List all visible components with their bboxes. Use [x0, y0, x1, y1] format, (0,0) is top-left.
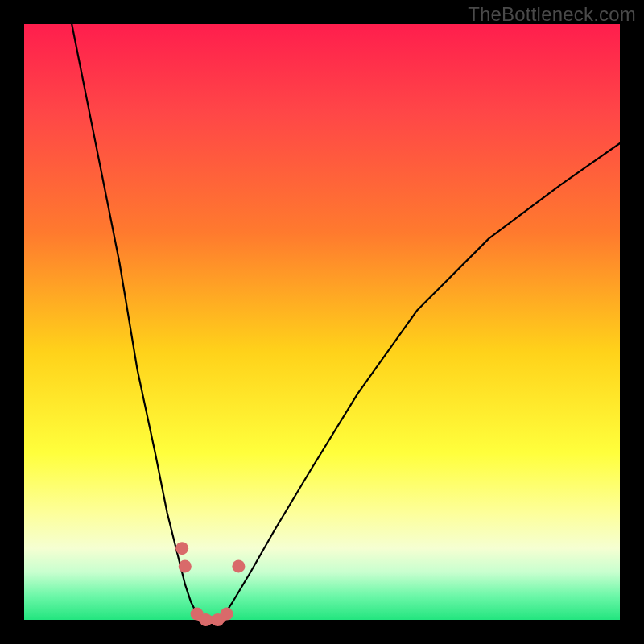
plot-area: [24, 24, 620, 620]
marker-5: [221, 608, 233, 621]
marker-1: [179, 559, 192, 572]
series-curve-right: [221, 143, 620, 620]
marker-6: [232, 559, 245, 572]
marker-0: [175, 542, 188, 555]
series-curve-left: [72, 24, 203, 620]
marker-3: [200, 613, 213, 626]
curves-layer: [24, 24, 620, 620]
watermark-text: TheBottleneck.com: [468, 3, 636, 26]
